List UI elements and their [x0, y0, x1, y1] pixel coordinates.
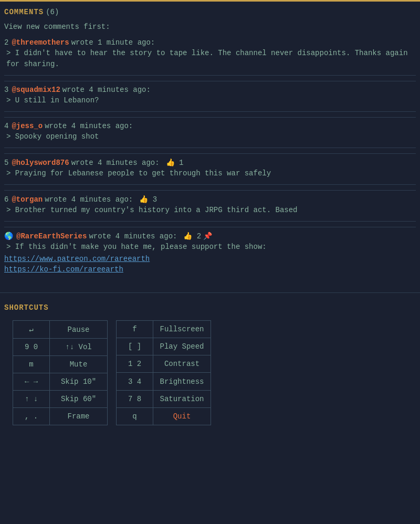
section-separator	[0, 292, 420, 293]
shortcut-key: [ ]	[117, 338, 153, 355]
comment-likes: 👍 2	[183, 232, 201, 240]
comment-username: @torgan	[12, 195, 43, 204]
kofi-link[interactable]: https://ko-fi.com/rareearth	[4, 265, 416, 274]
comment-meta: 5 @holysword876 wrote 4 minutes ago: 👍 1	[4, 158, 416, 167]
shortcut-row: 9 0 ↑↓ Vol	[13, 339, 108, 356]
comment-time: wrote 4 minutes ago:	[62, 86, 151, 94]
comment-item-owner: 🌎 @RareEarthSeries wrote 4 minutes ago: …	[4, 232, 416, 279]
shortcut-key: f	[117, 321, 153, 338]
comment-meta: 2 @threemothers wrote 1 minute ago:	[4, 38, 416, 47]
shortcut-row: 7 8 Saturation	[117, 390, 211, 407]
shortcut-row: , . Frame	[13, 408, 108, 425]
separator	[4, 227, 416, 227]
comment-text: > I didn't have to hear the story to tap…	[4, 48, 416, 70]
shortcuts-title: SHORTCUTS	[4, 303, 416, 312]
comment-meta: 4 @jess_o wrote 4 minutes ago:	[4, 122, 416, 130]
comment-number: 3	[4, 86, 8, 94]
shortcut-row: f Fullscreen	[117, 321, 211, 338]
view-new-comments: View new comments first:	[4, 23, 416, 31]
shortcut-key: 3 4	[117, 373, 153, 390]
comment-text: > Praying for Lebanese people to get thr…	[4, 168, 416, 179]
shortcut-action: Fullscreen	[153, 321, 211, 338]
pin-icon: 📌	[203, 232, 212, 240]
comment-item: 4 @jess_o wrote 4 minutes ago: > Spooky …	[4, 122, 416, 148]
shortcut-action: Skip 10"	[50, 373, 108, 391]
comment-time: wrote 4 minutes ago:	[45, 122, 133, 130]
shortcut-key: ↵	[13, 321, 50, 339]
comment-meta: 6 @torgan wrote 4 minutes ago: 👍 3	[4, 195, 416, 204]
shortcut-row: ← → Skip 10"	[13, 373, 108, 391]
patreon-link[interactable]: https://www.patreon.com/rareearth	[4, 255, 416, 263]
comment-number: 4	[4, 122, 8, 130]
shortcut-key: m	[13, 356, 50, 373]
separator	[4, 190, 416, 191]
comment-text: > Spooky opening shot	[4, 131, 416, 142]
shortcut-action: Play Speed	[153, 338, 211, 355]
comment-item: 6 @torgan wrote 4 minutes ago: 👍 3 > Bro…	[4, 195, 416, 222]
shortcut-key: ← →	[13, 373, 50, 391]
shortcut-key: 9 0	[13, 339, 50, 356]
shortcut-action: Frame	[50, 408, 108, 425]
shortcut-action: Mute	[50, 356, 108, 373]
comment-username: @holysword876	[12, 159, 69, 167]
shortcut-key: 1 2	[117, 355, 153, 373]
comment-time: wrote 4 minutes ago:	[89, 232, 177, 240]
shortcut-key: ↑ ↓	[13, 391, 50, 408]
shortcuts-section: SHORTCUTS ↵ Pause 9 0 ↑↓ Vol m Mute ← →	[0, 297, 420, 432]
comment-time: wrote 1 minute ago:	[71, 38, 155, 47]
shortcut-row: ↑ ↓ Skip 60"	[13, 391, 108, 408]
comment-text: > Brother turned my country's history in…	[4, 205, 416, 216]
shortcut-action-quit: Quit	[153, 407, 211, 425]
comment-meta: 🌎 @RareEarthSeries wrote 4 minutes ago: …	[4, 232, 416, 240]
comment-number: 6	[4, 195, 8, 204]
shortcut-key: q	[117, 407, 153, 425]
shortcut-key: 7 8	[117, 390, 153, 407]
shortcut-row: 3 4 Brightness	[117, 373, 211, 390]
channel-owner-icon: 🌎	[4, 232, 13, 240]
shortcut-row: q Quit	[117, 407, 211, 425]
separator	[4, 81, 416, 81]
comment-item: 3 @squadmix12 wrote 4 minutes ago: > U s…	[4, 86, 416, 112]
shortcut-row: m Mute	[13, 356, 108, 373]
comment-likes: 👍 3	[139, 195, 157, 204]
shortcut-action: ↑↓ Vol	[50, 339, 108, 356]
comment-text: > If this didn't make you hate me, pleas…	[4, 242, 416, 253]
comment-time: wrote 4 minutes ago:	[71, 159, 160, 167]
comment-number: 2	[4, 38, 8, 47]
comments-title: COMMENTS	[4, 8, 44, 16]
comments-header: COMMENTS (6)	[4, 8, 416, 16]
shortcuts-right-table: f Fullscreen [ ] Play Speed 1 2 Contrast…	[116, 320, 211, 425]
separator	[4, 153, 416, 154]
shortcut-action: Contrast	[153, 355, 211, 373]
shortcuts-left-table: ↵ Pause 9 0 ↑↓ Vol m Mute ← → Skip 10" ↑…	[13, 320, 108, 425]
shortcut-row: ↵ Pause	[13, 321, 108, 339]
comment-time: wrote 4 minutes ago:	[45, 195, 133, 204]
comment-username: @jess_o	[12, 122, 43, 130]
comment-number: 5	[4, 159, 8, 167]
comment-username: @squadmix12	[12, 86, 60, 94]
shortcut-action: Brightness	[153, 373, 211, 390]
separator	[4, 117, 416, 118]
shortcuts-tables: ↵ Pause 9 0 ↑↓ Vol m Mute ← → Skip 10" ↑…	[4, 320, 416, 425]
shortcut-key: , .	[13, 408, 50, 425]
comment-likes: 👍 1	[166, 158, 184, 167]
shortcut-action: Skip 60"	[50, 391, 108, 408]
comment-username: @threemothers	[12, 38, 69, 47]
comments-count: (6)	[46, 8, 59, 16]
comment-text: > U still in Lebanon?	[4, 95, 416, 106]
comment-username-owner: @RareEarthSeries	[16, 232, 87, 240]
shortcut-action: Pause	[50, 321, 108, 339]
comment-meta: 3 @squadmix12 wrote 4 minutes ago:	[4, 86, 416, 94]
shortcut-row: [ ] Play Speed	[117, 338, 211, 355]
comments-section: COMMENTS (6) View new comments first: 2 …	[0, 2, 420, 288]
shortcut-row: 1 2 Contrast	[117, 355, 211, 373]
comment-item: 2 @threemothers wrote 1 minute ago: > I …	[4, 38, 416, 76]
shortcut-action: Saturation	[153, 390, 211, 407]
comment-item: 5 @holysword876 wrote 4 minutes ago: 👍 1…	[4, 158, 416, 185]
